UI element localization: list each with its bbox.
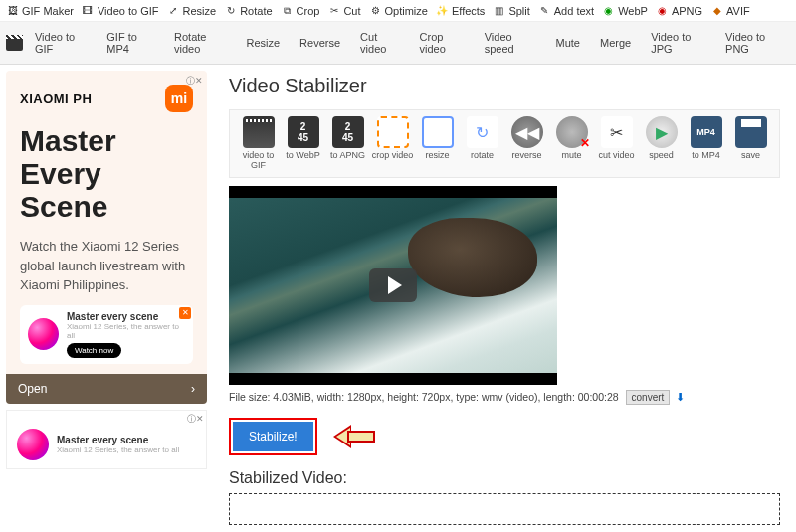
nav-resize[interactable]: ⤢Resize — [167, 4, 217, 17]
stabilize-button[interactable]: Stabilize! — [233, 422, 313, 451]
secnav-reverse[interactable]: Reverse — [292, 33, 348, 53]
tool-video-to-gif[interactable]: video to GIF — [236, 116, 281, 171]
rock-shape — [408, 218, 537, 297]
top-nav: 🖼GIF Maker 🎞Video to GIF ⤢Resize ↻Rotate… — [0, 0, 796, 22]
secnav-video-to-png[interactable]: Video to PNG — [717, 27, 790, 59]
ad-mini-close-icon[interactable]: ✕ — [179, 307, 191, 319]
apng-icon: ◉ — [656, 4, 669, 17]
ad-card-title: Master every scene — [57, 435, 179, 445]
nav-add-text[interactable]: ✎Add text — [538, 4, 594, 17]
tool-cut-video[interactable]: ✂cut video — [594, 116, 639, 171]
ad-open-label: Open — [18, 382, 47, 396]
video-preview[interactable] — [229, 186, 557, 385]
mp4-icon: MP4 — [691, 116, 722, 148]
ad-main[interactable]: ⓘ✕ XIAOMI PH mi Master Every Scene Watch… — [6, 71, 207, 404]
xiaomi-logo-icon: mi — [165, 85, 193, 112]
resize-icon: ⤢ — [167, 4, 180, 17]
secondary-nav: Video to GIF GIF to MP4 Rotate video Res… — [0, 22, 796, 65]
clapper-icon: 245 — [332, 116, 364, 148]
sidebar: ⓘ✕ XIAOMI PH mi Master Every Scene Watch… — [0, 65, 213, 532]
ad-watch-button[interactable]: Watch now — [67, 343, 121, 358]
film-icon: 🎞 — [82, 4, 95, 17]
secnav-merge[interactable]: Merge — [592, 33, 639, 53]
nav-effects[interactable]: ✨Effects — [436, 4, 485, 17]
content: Video Stabilizer video to GIF 245to WebP… — [213, 65, 796, 532]
speed-icon: ▶ — [646, 116, 678, 148]
ad-card-sub: Xiaomi 12 Series, the answer to all — [57, 445, 179, 454]
save-icon — [735, 116, 767, 148]
stabilize-row: Stabilize! — [229, 418, 780, 455]
secnav-rotate-video[interactable]: Rotate video — [166, 27, 234, 59]
cut-icon: ✂ — [327, 4, 340, 17]
tool-to-apng[interactable]: 245to APNG — [325, 116, 370, 171]
ad-text: Watch the Xiaomi 12 Series global launch… — [20, 237, 193, 295]
ad-brand: XIAOMI PH — [20, 91, 92, 106]
secnav-cut-video[interactable]: Cut video — [352, 27, 407, 59]
arrow-annotation-icon — [333, 425, 379, 448]
convert-button[interactable]: convert — [626, 390, 671, 405]
clapper-icon — [6, 35, 23, 51]
webp-icon: ◉ — [602, 4, 615, 17]
ad-footer[interactable]: Open › — [6, 374, 207, 404]
mute-icon — [556, 116, 588, 148]
download-icon[interactable]: ⬇ — [676, 391, 685, 403]
ad-close-icon[interactable]: ⓘ✕ — [186, 75, 203, 88]
chevron-right-icon: › — [191, 382, 195, 396]
ad-orb-icon — [28, 318, 59, 350]
tool-resize[interactable]: resize — [415, 116, 460, 171]
resize-icon — [422, 116, 454, 148]
tool-crop-video[interactable]: crop video — [370, 116, 415, 171]
page-title: Video Stabilizer — [229, 75, 780, 97]
nav-webp[interactable]: ◉WebP — [602, 4, 648, 17]
optimize-icon: ⚙ — [369, 4, 382, 17]
highlight-box: Stabilize! — [229, 418, 317, 455]
secnav-video-speed[interactable]: Video speed — [477, 27, 544, 59]
avif-icon: ◆ — [710, 4, 723, 17]
nav-cut[interactable]: ✂Cut — [327, 4, 360, 17]
reverse-icon: ◀◀ — [511, 116, 543, 148]
tool-reverse[interactable]: ◀◀reverse — [504, 116, 549, 171]
rotate-icon: ↻ — [224, 4, 237, 17]
output-dropzone — [229, 493, 780, 525]
secnav-video-to-gif[interactable]: Video to GIF — [27, 27, 95, 59]
stabilized-heading: Stabilized Video: — [229, 469, 780, 487]
split-icon: ▥ — [493, 4, 505, 17]
clapper-icon: 245 — [288, 116, 319, 148]
nav-gif-maker[interactable]: 🖼GIF Maker — [6, 4, 74, 17]
film-icon — [243, 116, 275, 148]
crop-icon: ⧉ — [281, 4, 294, 17]
ad-card-title: Master every scene — [67, 311, 185, 322]
secnav-video-to-jpg[interactable]: Video to JPG — [643, 27, 713, 59]
nav-video-to-gif[interactable]: 🎞Video to GIF — [82, 4, 159, 17]
secnav-gif-to-mp4[interactable]: GIF to MP4 — [99, 27, 162, 59]
text-icon: ✎ — [538, 4, 551, 17]
effects-icon: ✨ — [436, 4, 449, 17]
tool-to-webp[interactable]: 245to WebP — [281, 116, 325, 171]
nav-split[interactable]: ▥Split — [493, 4, 529, 17]
tool-to-mp4[interactable]: MP4to MP4 — [684, 116, 728, 171]
ad-secondary[interactable]: ⓘ✕ Master every scene Xiaomi 12 Series, … — [6, 410, 207, 469]
ad-title: Master Every Scene — [20, 124, 193, 223]
tool-speed[interactable]: ▶speed — [639, 116, 684, 171]
tool-mute[interactable]: mute — [549, 116, 594, 171]
scissors-icon: ✂ — [601, 116, 633, 148]
ad-close-icon[interactable]: ⓘ✕ — [187, 413, 204, 426]
secnav-crop-video[interactable]: Crop video — [412, 27, 473, 59]
tool-save[interactable]: save — [728, 116, 773, 171]
ad-orb-icon — [17, 429, 49, 460]
play-button-icon[interactable] — [369, 268, 417, 302]
nav-optimize[interactable]: ⚙Optimize — [369, 4, 428, 17]
tool-rotate[interactable]: ↻rotate — [460, 116, 504, 171]
nav-rotate[interactable]: ↻Rotate — [224, 4, 272, 17]
rotate-icon: ↻ — [467, 116, 498, 148]
crop-icon — [377, 116, 409, 148]
ad-card-sub: Xiaomi 12 Series, the answer to all — [67, 322, 185, 340]
secnav-mute[interactable]: Mute — [548, 33, 588, 53]
tool-row: video to GIF 245to WebP 245to APNG crop … — [229, 109, 780, 178]
ad-card[interactable]: ✕ Master every scene Xiaomi 12 Series, t… — [20, 305, 193, 364]
file-info: File size: 4.03MiB, width: 1280px, heigh… — [229, 391, 780, 404]
nav-crop[interactable]: ⧉Crop — [281, 4, 320, 17]
secnav-resize[interactable]: Resize — [238, 33, 288, 53]
nav-apng[interactable]: ◉APNG — [656, 4, 702, 17]
nav-avif[interactable]: ◆AVIF — [710, 4, 750, 17]
